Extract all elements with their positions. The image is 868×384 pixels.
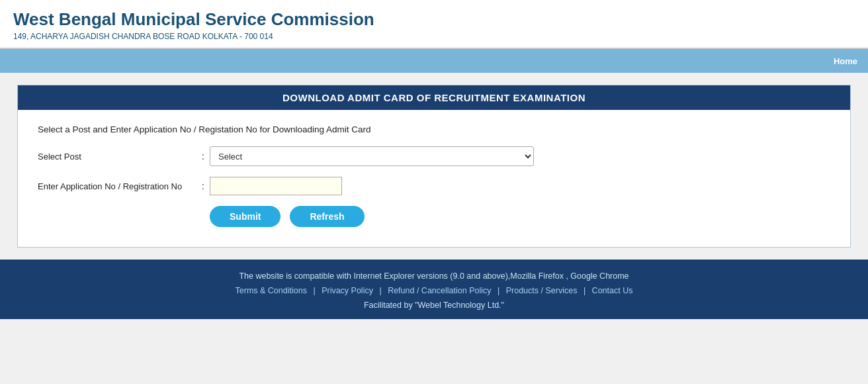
sep-3: | [498,286,502,295]
button-row: Submit Refresh [38,206,830,227]
org-subtitle: 149, ACHARYA JAGADISH CHANDRA BOSE ROAD … [13,32,855,41]
card-body: Select a Post and Enter Application No /… [18,110,850,247]
page-footer: The website is compatible with Internet … [0,260,868,319]
footer-link-terms[interactable]: Terms & Conditions [236,286,307,295]
card-title: DOWNLOAD ADMIT CARD OF RECRUITMENT EXAMI… [18,85,850,110]
refresh-button[interactable]: Refresh [290,206,364,227]
org-title: West Bengal Municipal Service Commission [13,9,855,30]
app-no-wrap [210,177,830,195]
navbar: Home [0,49,868,73]
footer-links: Terms & Conditions | Privacy Policy | Re… [7,286,861,295]
footer-link-refund[interactable]: Refund / Cancellation Policy [388,286,491,295]
colon-2: : [196,181,210,191]
app-no-input[interactable] [210,177,342,195]
submit-button[interactable]: Submit [210,206,281,227]
form-description: Select a Post and Enter Application No /… [38,124,830,134]
sep-1: | [313,286,318,295]
select-post-wrap: Select [210,146,830,166]
footer-link-products[interactable]: Products / Services [506,286,578,295]
select-post-label: Select Post [38,152,196,162]
colon-1: : [196,151,210,162]
select-post-dropdown[interactable]: Select [210,146,534,166]
nav-home[interactable]: Home [834,56,857,66]
sep-4: | [584,286,588,295]
footer-link-privacy[interactable]: Privacy Policy [322,286,373,295]
main-content: DOWNLOAD ADMIT CARD OF RECRUITMENT EXAMI… [0,73,868,260]
form-card: DOWNLOAD ADMIT CARD OF RECRUITMENT EXAMI… [17,85,851,248]
footer-link-contact[interactable]: Contact Us [592,286,633,295]
select-post-row: Select Post : Select [38,146,830,166]
page-header: West Bengal Municipal Service Commission… [0,0,868,49]
app-no-label: Enter Application No / Registration No [38,181,196,191]
app-no-row: Enter Application No / Registration No : [38,177,830,195]
sep-2: | [379,286,384,295]
footer-compat-text: The website is compatible with Internet … [7,271,861,281]
footer-facilitated: Facilitated by "Webel Technology Ltd." [7,301,861,310]
